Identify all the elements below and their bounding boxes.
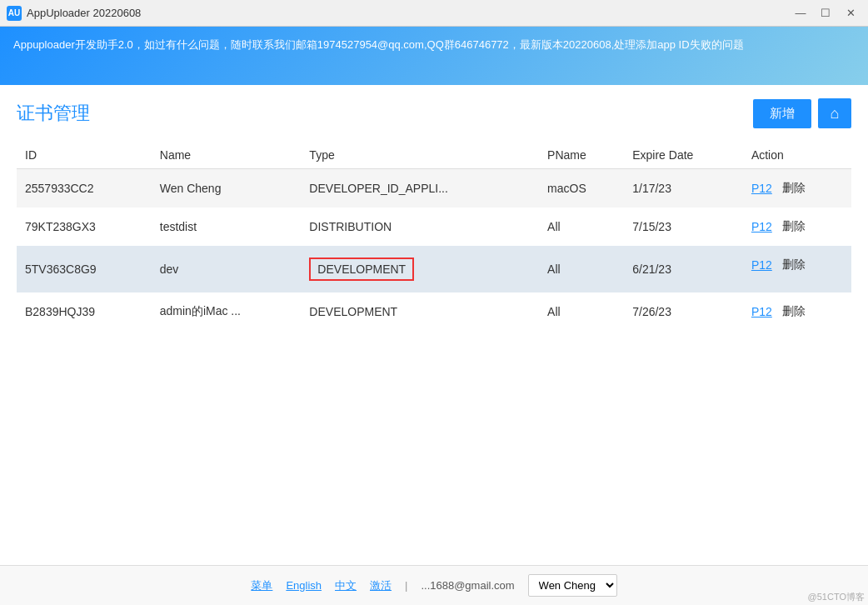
cell-action: P12删除 <box>743 208 851 246</box>
cell-name: Wen Cheng <box>152 169 302 208</box>
delete-link[interactable]: 删除 <box>782 181 806 196</box>
page-header: 证书管理 新增 ⌂ <box>17 98 851 128</box>
header-buttons: 新增 ⌂ <box>753 98 851 128</box>
cell-expire-date: 1/17/23 <box>624 169 743 208</box>
banner: Appuploader开发助手2.0，如过有什么问题，随时联系我们邮箱19745… <box>0 27 868 85</box>
cell-pname: All <box>539 208 624 246</box>
p12-link[interactable]: P12 <box>751 182 772 195</box>
cell-action: P12删除 <box>743 246 851 284</box>
minimize-button[interactable]: — <box>790 5 811 22</box>
p12-link[interactable]: P12 <box>751 220 772 233</box>
table-row[interactable]: B2839HQJ39admin的iMac ...DEVELOPMENTAll7/… <box>17 292 851 331</box>
cell-id: 79KT238GX3 <box>17 208 152 246</box>
user-select[interactable]: Wen Cheng <box>529 575 616 596</box>
home-button[interactable]: ⌂ <box>818 98 851 128</box>
main-content: 证书管理 新增 ⌂ ID Name Type PName Expire Date… <box>0 85 868 344</box>
cell-action: P12删除 <box>743 292 851 331</box>
footer-link-menu[interactable]: 菜单 <box>251 578 272 593</box>
window-controls: — ☐ ✕ <box>790 5 861 22</box>
home-icon: ⌂ <box>831 105 840 122</box>
footer-separator: | <box>405 579 407 592</box>
p12-link[interactable]: P12 <box>751 258 772 272</box>
cell-type: DEVELOPMENT <box>301 246 539 292</box>
col-action: Action <box>743 142 851 169</box>
col-id: ID <box>17 142 152 169</box>
watermark: @51CTO博客 <box>805 589 868 605</box>
table-row[interactable]: 2557933CC2Wen ChengDEVELOPER_ID_APPLI...… <box>17 169 851 208</box>
new-button[interactable]: 新增 <box>753 99 811 128</box>
cell-action: P12删除 <box>743 169 851 208</box>
col-expire: Expire Date <box>624 142 743 169</box>
title-bar-left: AU AppUploader 20220608 <box>7 6 141 21</box>
page-title: 证书管理 <box>17 101 90 126</box>
cell-name: admin的iMac ... <box>152 292 302 331</box>
cell-type: DEVELOPER_ID_APPLI... <box>301 169 539 208</box>
table-row[interactable]: 5TV363C8G9devDEVELOPMENTAll6/21/23P12删除 <box>17 246 851 292</box>
cell-pname: All <box>539 246 624 292</box>
maximize-button[interactable]: ☐ <box>815 5 836 22</box>
col-pname: PName <box>539 142 624 169</box>
title-bar: AU AppUploader 20220608 — ☐ ✕ <box>0 0 868 27</box>
footer-link-english[interactable]: English <box>286 579 322 592</box>
cell-expire-date: 6/21/23 <box>624 246 743 292</box>
cell-pname: macOS <box>539 169 624 208</box>
cell-name: testdist <box>152 208 302 246</box>
footer-email: ...1688@gmail.com <box>421 579 514 592</box>
banner-text: Appuploader开发助手2.0，如过有什么问题，随时联系我们邮箱19745… <box>13 38 744 51</box>
delete-link[interactable]: 删除 <box>782 219 806 234</box>
footer: 菜单 English 中文 激活 | ...1688@gmail.com Wen… <box>0 565 868 605</box>
cell-expire-date: 7/26/23 <box>624 292 743 331</box>
col-type: Type <box>301 142 539 169</box>
cell-id: 2557933CC2 <box>17 169 152 208</box>
cell-id: B2839HQJ39 <box>17 292 152 331</box>
delete-link[interactable]: 删除 <box>782 304 806 319</box>
p12-link[interactable]: P12 <box>751 305 772 318</box>
close-button[interactable]: ✕ <box>840 5 861 22</box>
cell-id: 5TV363C8G9 <box>17 246 152 292</box>
cell-expire-date: 7/15/23 <box>624 208 743 246</box>
footer-link-chinese[interactable]: 中文 <box>335 578 357 593</box>
certificate-table: ID Name Type PName Expire Date Action 25… <box>17 142 851 331</box>
cell-type: DEVELOPMENT <box>301 292 539 331</box>
cell-type: DISTRIBUTION <box>301 208 539 246</box>
user-select-wrap: Wen Cheng <box>528 574 617 597</box>
app-icon: AU <box>7 6 22 21</box>
app-title: AppUploader 20220608 <box>27 7 141 19</box>
footer-link-activate[interactable]: 激活 <box>370 578 392 593</box>
table-row[interactable]: 79KT238GX3testdistDISTRIBUTIONAll7/15/23… <box>17 208 851 246</box>
table-body: 2557933CC2Wen ChengDEVELOPER_ID_APPLI...… <box>17 169 851 332</box>
cell-name: dev <box>152 246 302 292</box>
table-header: ID Name Type PName Expire Date Action <box>17 142 851 169</box>
delete-link[interactable]: 删除 <box>782 258 806 272</box>
col-name: Name <box>152 142 302 169</box>
cell-pname: All <box>539 292 624 331</box>
